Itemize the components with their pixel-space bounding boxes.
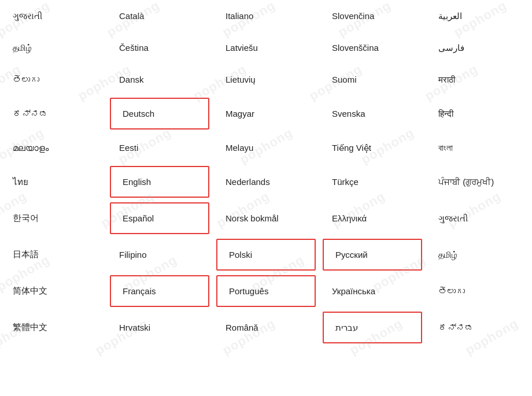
language-cell[interactable]: বাংলা bbox=[426, 132, 532, 164]
language-cell[interactable]: Polski bbox=[216, 239, 316, 271]
language-cell[interactable]: Română bbox=[213, 309, 319, 346]
language-cell[interactable]: മലയാളം bbox=[0, 132, 106, 164]
language-cell[interactable]: 简体中文 bbox=[0, 273, 106, 309]
language-cell[interactable]: Italiano bbox=[213, 0, 319, 32]
language-cell[interactable]: Suomi bbox=[319, 64, 426, 95]
language-cell[interactable]: Dansk bbox=[106, 64, 213, 95]
language-cell[interactable]: Türkçe bbox=[319, 164, 426, 200]
language-cell[interactable]: Tiếng Việt bbox=[319, 132, 426, 164]
language-cell[interactable]: தமிழ் bbox=[0, 32, 106, 64]
language-cell[interactable]: עברית bbox=[323, 312, 422, 343]
language-cell[interactable]: ગુજરાતી bbox=[426, 200, 532, 236]
language-cell[interactable]: Svenska bbox=[319, 95, 426, 132]
language-cell[interactable]: 한국어 bbox=[0, 200, 106, 236]
language-cell[interactable]: Hrvatski bbox=[106, 309, 213, 346]
language-cell[interactable]: Русский bbox=[323, 239, 422, 271]
language-cell[interactable]: Català bbox=[106, 0, 213, 32]
language-cell[interactable]: العربية bbox=[426, 0, 532, 32]
language-cell[interactable]: Melayu bbox=[213, 132, 319, 164]
language-cell[interactable]: Slovenščina bbox=[319, 32, 426, 64]
language-cell[interactable]: ಕನ್ನಡ bbox=[0, 95, 106, 132]
language-cell[interactable]: Magyar bbox=[213, 95, 319, 132]
language-cell[interactable]: Lietuvių bbox=[213, 64, 319, 95]
language-cell[interactable]: Français bbox=[110, 275, 209, 307]
language-cell[interactable]: Čeština bbox=[106, 32, 213, 64]
language-cell[interactable]: ગુજરાતી bbox=[0, 0, 106, 32]
language-cell[interactable]: తెలుగు bbox=[426, 273, 532, 309]
language-cell[interactable]: Português bbox=[216, 275, 316, 307]
language-cell[interactable]: Українська bbox=[319, 273, 426, 309]
language-cell[interactable]: ਪੰਜਾਬੀ (ਗੁਰਮੁਖੀ) bbox=[426, 164, 532, 200]
language-cell[interactable]: 繁體中文 bbox=[0, 309, 106, 346]
language-cell[interactable]: Nederlands bbox=[213, 164, 319, 200]
language-cell[interactable]: Ελληνικά bbox=[319, 200, 426, 236]
language-cell[interactable]: తెలుగు bbox=[0, 64, 106, 95]
language-cell[interactable]: 日本語 bbox=[0, 236, 106, 273]
language-cell[interactable]: Español bbox=[110, 202, 209, 234]
language-cell[interactable]: Deutsch bbox=[110, 98, 209, 129]
language-cell[interactable]: हिन्दी bbox=[426, 95, 532, 132]
language-grid: ગુજરાતીCatalàItalianoSlovenčinaالعربيةதம… bbox=[0, 0, 532, 346]
language-cell[interactable]: Latviešu bbox=[213, 32, 319, 64]
language-cell[interactable]: ಕನ್ನಡ bbox=[426, 309, 532, 346]
language-cell[interactable]: فارسی bbox=[426, 32, 532, 64]
language-cell[interactable]: ไทย bbox=[0, 164, 106, 200]
language-cell[interactable]: English bbox=[110, 166, 209, 198]
language-cell[interactable]: Filipino bbox=[106, 236, 213, 273]
language-cell[interactable]: Norsk bokmål bbox=[213, 200, 319, 236]
language-cell[interactable]: मराठी bbox=[426, 64, 532, 95]
language-cell[interactable]: Eesti bbox=[106, 132, 213, 164]
language-cell[interactable]: தமிழ் bbox=[426, 236, 532, 273]
language-cell[interactable]: Slovenčina bbox=[319, 0, 426, 32]
